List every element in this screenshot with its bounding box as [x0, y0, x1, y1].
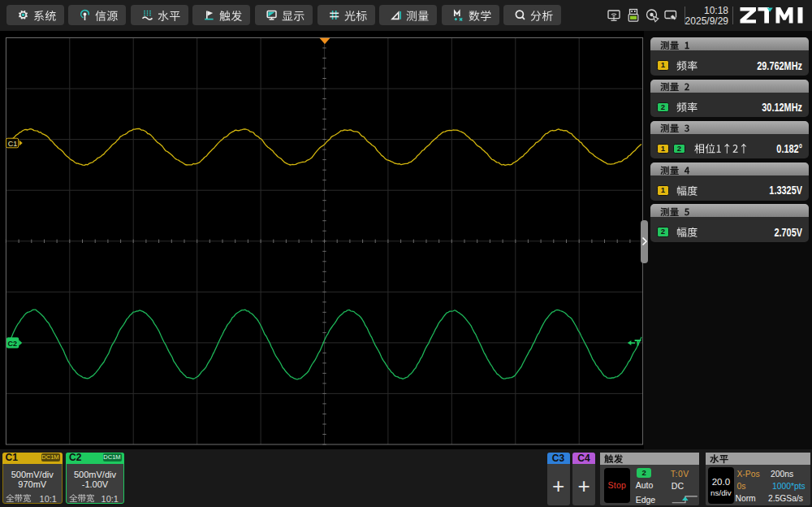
svg-text:1.3325V: 1.3325V [769, 184, 802, 197]
svg-text:29.762MHz: 29.762MHz [757, 59, 802, 72]
svg-text:30.12MHz: 30.12MHz [762, 102, 802, 115]
svg-text:2.705V: 2.705V [774, 226, 802, 239]
svg-text:0.182°: 0.182° [776, 143, 802, 156]
svg-text:C2: C2 [7, 340, 17, 348]
svg-text:C1: C1 [8, 140, 18, 148]
